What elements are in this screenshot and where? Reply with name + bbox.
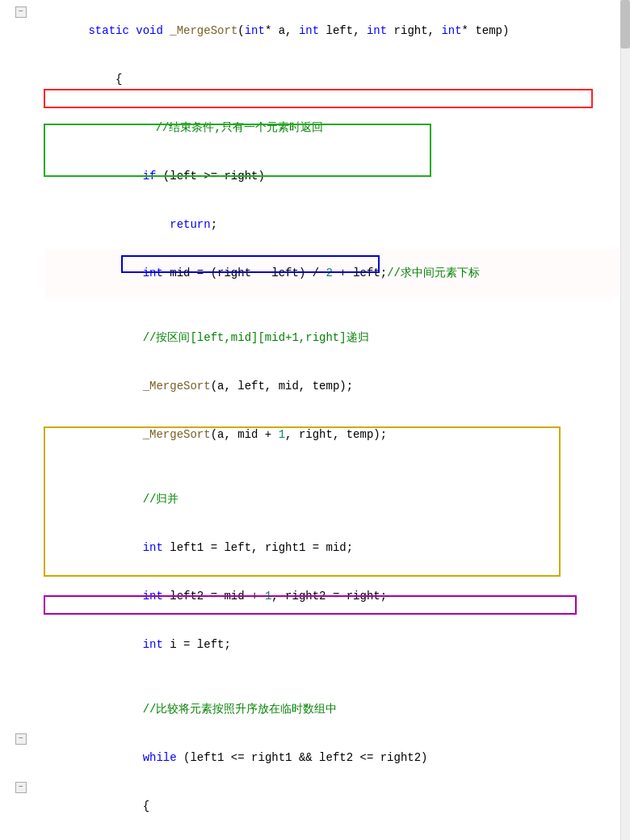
gutter: − bbox=[0, 733, 44, 745]
line-content: //按区间[left,mid][mid+1,right]递归 bbox=[44, 313, 619, 362]
code-line: _MergeSort(a, mid + 1, right, temp); bbox=[0, 410, 619, 459]
code-line: − static void _MergeSort(int* a, int lef… bbox=[0, 6, 619, 55]
line-content: while (left1 <= right1 && left2 <= right… bbox=[44, 733, 619, 782]
code-line: − { bbox=[0, 782, 619, 830]
line-content: static void _MergeSort(int* a, int left,… bbox=[44, 6, 619, 55]
code-line bbox=[0, 297, 619, 313]
code-line: //比较将元素按照升序放在临时数组中 bbox=[0, 685, 619, 733]
scrollbar-thumb[interactable] bbox=[620, 0, 630, 48]
scrollbar[interactable] bbox=[620, 0, 630, 840]
gutter: − bbox=[0, 6, 44, 18]
code-line: if (a[left1] <= a[left2]) bbox=[0, 830, 619, 840]
line-content: //比较将元素按照升序放在临时数组中 bbox=[44, 685, 619, 733]
code-line bbox=[0, 459, 619, 475]
line-content: if (left >= right) bbox=[44, 152, 619, 200]
code-line: //结束条件,只有一个元素时返回 bbox=[0, 103, 619, 152]
line-content: int i = left; bbox=[44, 620, 619, 669]
collapse-button[interactable]: − bbox=[15, 782, 27, 793]
code-line: return; bbox=[0, 200, 619, 249]
gutter: − bbox=[0, 782, 44, 793]
line-content bbox=[44, 459, 619, 475]
line-content: _MergeSort(a, left, mid, temp); bbox=[44, 362, 619, 410]
line-content bbox=[44, 297, 619, 313]
line-content: int left1 = left, right1 = mid; bbox=[44, 523, 619, 572]
code-line: int left2 = mid + 1, right2 = right; bbox=[0, 572, 619, 620]
line-content: //结束条件,只有一个元素时返回 bbox=[44, 103, 619, 152]
collapse-button[interactable]: − bbox=[15, 6, 27, 18]
code-line: //归并 bbox=[0, 475, 619, 523]
code-line: if (left >= right) bbox=[0, 152, 619, 200]
code-line: int i = left; bbox=[0, 620, 619, 669]
code-line: int left1 = left, right1 = mid; bbox=[0, 523, 619, 572]
code-line-while: − while (left1 <= right1 && left2 <= rig… bbox=[0, 733, 619, 782]
code-container: − static void _MergeSort(int* a, int lef… bbox=[0, 0, 630, 840]
line-content: if (a[left1] <= a[left2]) bbox=[44, 830, 619, 840]
line-content bbox=[44, 669, 619, 685]
line-content: int mid = (right − left) / 2 + left;//求中… bbox=[44, 249, 619, 297]
line-content: { bbox=[44, 55, 619, 103]
code-line: { bbox=[0, 55, 619, 103]
code-line: //按区间[left,mid][mid+1,right]递归 bbox=[0, 313, 619, 362]
line-content: return; bbox=[44, 200, 619, 249]
line-content: { bbox=[44, 782, 619, 830]
code-line-mid: int mid = (right − left) / 2 + left;//求中… bbox=[0, 249, 619, 297]
line-content: _MergeSort(a, mid + 1, right, temp); bbox=[44, 410, 619, 459]
code-line: _MergeSort(a, left, mid, temp); bbox=[0, 362, 619, 410]
line-content: //归并 bbox=[44, 475, 619, 523]
code-line bbox=[0, 669, 619, 685]
line-content: int left2 = mid + 1, right2 = right; bbox=[44, 572, 619, 620]
collapse-button[interactable]: − bbox=[15, 733, 27, 745]
